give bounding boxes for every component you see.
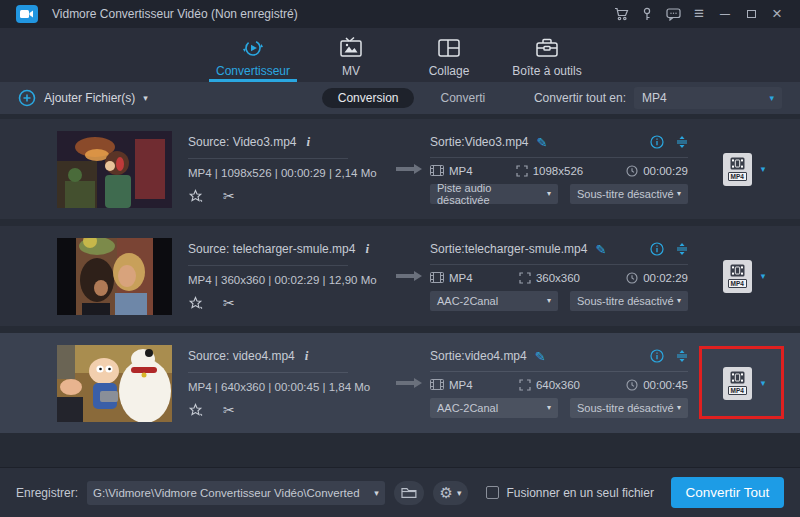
tab-label: MV bbox=[342, 64, 360, 78]
arrow-right-icon bbox=[388, 162, 430, 176]
source-filename: Source: video4.mp4 bbox=[188, 349, 295, 363]
view-tab-conversion[interactable]: Conversion bbox=[322, 88, 415, 108]
tab-convertisseur[interactable]: Convertisseur bbox=[207, 28, 299, 82]
adjust-settings-icon[interactable] bbox=[676, 135, 688, 149]
tab-boite-a-outils[interactable]: Boîte à outils bbox=[501, 28, 593, 82]
convert-all-button[interactable]: Convertir Tout bbox=[671, 477, 784, 508]
settings-button[interactable]: ⚙ ▾ bbox=[433, 481, 469, 505]
source-panel: Source: telecharger-smule.mp4 i MP4 | 36… bbox=[188, 241, 388, 311]
menu-icon[interactable]: ≡ bbox=[686, 1, 712, 27]
merge-checkbox[interactable] bbox=[486, 486, 499, 499]
close-button[interactable]: × bbox=[764, 1, 790, 27]
chevron-down-icon: ▾ bbox=[547, 403, 551, 412]
merge-label: Fusionner en un seul fichier bbox=[506, 486, 653, 500]
subtitle-dropdown[interactable]: Sous-titre désactivé ▾ bbox=[570, 184, 688, 204]
tab-label: Collage bbox=[429, 64, 470, 78]
convert-all-format-select[interactable]: MP4 ▾ bbox=[634, 87, 782, 109]
edit-effects-icon[interactable] bbox=[188, 403, 203, 418]
output-format-cell: MP4 ▾ bbox=[688, 226, 800, 326]
file-row-1[interactable]: Source: Video3.mp4 i MP4 | 1098x526 | 00… bbox=[0, 119, 800, 219]
plus-circle-icon bbox=[18, 89, 36, 107]
cut-icon[interactable]: ✂ bbox=[223, 188, 235, 204]
arrow-right-icon bbox=[388, 376, 430, 390]
audio-track-dropdown[interactable]: Piste audio désactivée ▾ bbox=[430, 184, 558, 204]
source-info-icon[interactable]: i bbox=[307, 134, 311, 150]
file-row-3[interactable]: Source: video4.mp4 i MP4 | 640x360 | 00:… bbox=[0, 333, 800, 433]
audio-track-dropdown[interactable]: AAC-2Canal ▾ bbox=[430, 398, 558, 418]
cut-icon[interactable]: ✂ bbox=[223, 402, 235, 418]
collage-icon bbox=[436, 36, 462, 60]
subtitle-value: Sous-titre désactivé bbox=[577, 402, 674, 414]
source-meta: MP4 | 360x360 | 00:02:29 | 12,90 Mo bbox=[188, 274, 388, 286]
source-info-icon[interactable]: i bbox=[365, 241, 369, 257]
chevron-down-icon: ▾ bbox=[457, 488, 462, 498]
edit-effects-icon[interactable] bbox=[188, 189, 203, 204]
tab-mv[interactable]: MV bbox=[305, 28, 397, 82]
edit-effects-icon[interactable] bbox=[188, 296, 203, 311]
chevron-down-icon: ▾ bbox=[677, 189, 681, 198]
annotation-box bbox=[699, 346, 784, 419]
output-panel: Sortie:video4.mp4 ✎ MP4 640x360 bbox=[430, 349, 688, 418]
chevron-down-icon: ▾ bbox=[677, 403, 681, 412]
gear-icon: ⚙ bbox=[440, 484, 453, 502]
output-format: MP4 bbox=[449, 379, 473, 391]
chevron-down-icon: ▾ bbox=[374, 488, 379, 498]
format-chevron-icon[interactable]: ▾ bbox=[761, 271, 766, 281]
format-profile-button[interactable]: MP4 bbox=[723, 260, 752, 293]
film-icon bbox=[430, 272, 444, 283]
resolution-icon bbox=[519, 272, 531, 284]
register-key-icon[interactable] bbox=[634, 1, 660, 27]
audio-track-value: AAC-2Canal bbox=[437, 402, 498, 414]
source-panel: Source: Video3.mp4 i MP4 | 1098x526 | 00… bbox=[188, 134, 388, 204]
main-nav: Convertisseur MV Collage Boîte à outils bbox=[0, 28, 800, 82]
source-meta: MP4 | 640x360 | 00:00:45 | 1,84 Mo bbox=[188, 381, 388, 393]
output-duration: 00:02:29 bbox=[643, 272, 688, 284]
merge-option[interactable]: Fusionner en un seul fichier bbox=[486, 486, 653, 500]
minimize-button[interactable]: ─ bbox=[712, 1, 738, 27]
output-format-cell: MP4 ▾ bbox=[688, 333, 800, 433]
resolution-icon bbox=[519, 379, 531, 391]
video-thumbnail bbox=[57, 131, 172, 208]
adjust-settings-icon[interactable] bbox=[676, 349, 688, 363]
source-info-icon[interactable]: i bbox=[305, 348, 309, 364]
cut-icon[interactable]: ✂ bbox=[223, 295, 235, 311]
tab-collage[interactable]: Collage bbox=[403, 28, 495, 82]
app-logo-icon bbox=[16, 5, 38, 23]
rename-icon[interactable]: ✎ bbox=[537, 135, 548, 150]
rename-icon[interactable]: ✎ bbox=[535, 349, 546, 364]
output-panel: Sortie:Video3.mp4 ✎ MP4 1098x526 bbox=[430, 135, 688, 204]
arrow-right-icon bbox=[388, 269, 430, 283]
output-filename: Sortie:video4.mp4 bbox=[430, 349, 527, 363]
folder-icon bbox=[401, 486, 417, 499]
clock-icon bbox=[626, 272, 638, 284]
output-info-icon[interactable] bbox=[650, 242, 664, 256]
add-files-button[interactable]: Ajouter Fichier(s) ▾ bbox=[18, 89, 273, 107]
rename-icon[interactable]: ✎ bbox=[595, 242, 606, 257]
video-thumbnail bbox=[57, 345, 172, 422]
output-duration: 00:00:29 bbox=[643, 165, 688, 177]
output-info-icon[interactable] bbox=[650, 135, 664, 149]
chevron-down-icon: ▾ bbox=[769, 93, 774, 103]
open-folder-button[interactable] bbox=[394, 481, 424, 505]
output-duration: 00:00:45 bbox=[643, 379, 688, 391]
source-filename: Source: Video3.mp4 bbox=[188, 135, 297, 149]
output-info-icon[interactable] bbox=[650, 349, 664, 363]
output-resolution: 1098x526 bbox=[533, 165, 584, 177]
titlebar: Vidmore Convertisseur Vidéo (Non enregis… bbox=[0, 0, 800, 28]
format-profile-button[interactable]: MP4 bbox=[723, 153, 752, 186]
view-tab-converti[interactable]: Converti bbox=[440, 91, 485, 105]
save-path-value: G:\Vidmore\Vidmore Convertisseur Vidéo\C… bbox=[93, 487, 360, 499]
format-chevron-icon[interactable]: ▾ bbox=[761, 164, 766, 174]
tab-label: Boîte à outils bbox=[512, 64, 581, 78]
file-row-2[interactable]: Source: telecharger-smule.mp4 i MP4 | 36… bbox=[0, 226, 800, 326]
clock-icon bbox=[626, 165, 638, 177]
feedback-icon[interactable] bbox=[660, 1, 686, 27]
maximize-button[interactable] bbox=[738, 1, 764, 27]
subtitle-dropdown[interactable]: Sous-titre désactivé ▾ bbox=[570, 291, 688, 311]
audio-track-dropdown[interactable]: AAC-2Canal ▾ bbox=[430, 291, 558, 311]
cart-icon[interactable] bbox=[608, 1, 634, 27]
chevron-down-icon: ▾ bbox=[143, 93, 148, 103]
adjust-settings-icon[interactable] bbox=[676, 242, 688, 256]
save-path-input[interactable]: G:\Vidmore\Vidmore Convertisseur Vidéo\C… bbox=[87, 481, 385, 505]
subtitle-dropdown[interactable]: Sous-titre désactivé ▾ bbox=[570, 398, 688, 418]
